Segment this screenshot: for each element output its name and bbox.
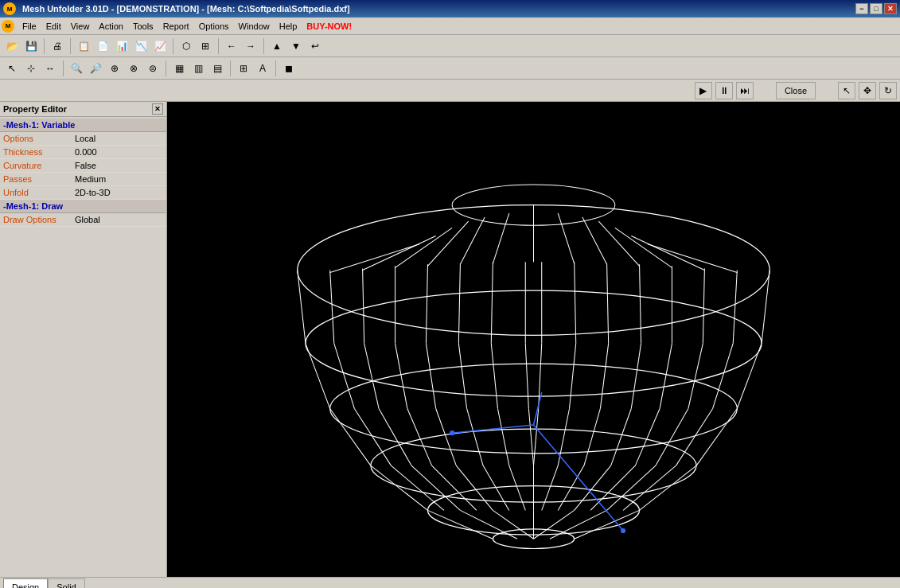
buy-now-button[interactable]: BUY-NOW! <box>302 18 356 34</box>
svg-point-94 <box>621 528 625 533</box>
menu-options[interactable]: Options <box>194 18 234 34</box>
sep-2 <box>70 38 71 54</box>
zoom-out-button[interactable]: 🔎 <box>87 60 104 77</box>
zoom-in-button[interactable]: 🔍 <box>68 60 85 77</box>
prop-row-unfold: Unfold 2D-to-3D <box>0 186 166 200</box>
open-button[interactable]: 📂 <box>3 37 21 55</box>
sep-8 <box>230 60 231 76</box>
prop-row-passes: Passes Medium <box>0 173 166 186</box>
view1-button[interactable]: ▦ <box>170 60 188 77</box>
rotate-tool-button[interactable]: ↻ <box>879 82 897 99</box>
prop-row-options: Options Local <box>0 132 166 146</box>
sep-4 <box>218 38 219 54</box>
undo-button[interactable]: ↩ <box>306 37 324 55</box>
menu-file[interactable]: File <box>18 18 41 34</box>
menu-tools[interactable]: Tools <box>128 18 158 34</box>
zoom-fit-button[interactable]: ⊕ <box>106 60 123 77</box>
titlebar: M Mesh Unfolder 3.01D - [DEMONSTRATION] … <box>0 0 900 18</box>
menu-report[interactable]: Report <box>158 18 194 34</box>
save-button[interactable]: 💾 <box>22 37 40 55</box>
animbar-controls: ▶ ⏸ ⏭ Close ↖ ✥ ↻ <box>695 82 897 99</box>
sep-1 <box>44 38 45 54</box>
select2-button[interactable]: ⊹ <box>22 60 40 77</box>
prop-value-unfold: 2D-to-3D <box>72 187 166 198</box>
chart3-button[interactable]: 📈 <box>151 37 169 55</box>
unfold-button[interactable]: ⬡ <box>177 37 195 55</box>
pause-button[interactable]: ⏸ <box>715 82 733 99</box>
menu-window[interactable]: Window <box>234 18 275 34</box>
property-editor-title: Property Editor <box>3 104 67 114</box>
render-button[interactable]: ◼ <box>280 60 298 77</box>
move-tool-button[interactable]: ✥ <box>859 82 876 99</box>
mesh-viewport <box>167 102 900 577</box>
sep-5 <box>263 38 264 54</box>
zoom-select-button[interactable]: ⊗ <box>125 60 142 77</box>
close-window-button[interactable]: ✕ <box>884 3 897 14</box>
menu-action[interactable]: Action <box>94 18 128 34</box>
tab-design[interactable]: Design <box>3 578 48 588</box>
select3-button[interactable]: ↔ <box>41 60 59 77</box>
titlebar-buttons: − □ ✕ <box>855 3 897 14</box>
prop-value-options: Local <box>72 133 166 144</box>
toolbar-row-2: ↖ ⊹ ↔ 🔍 🔎 ⊕ ⊗ ⊜ ▦ ▥ ▤ ⊞ A ◼ <box>0 57 900 80</box>
prop-label-curvature: Curvature <box>0 160 72 171</box>
canvas-area[interactable] <box>167 102 900 577</box>
property-content: -Mesh-1: Variable Options Local Thicknes… <box>0 117 166 228</box>
section-draw-header[interactable]: -Mesh-1: Draw <box>0 200 166 213</box>
tab-solid[interactable]: Solid <box>48 578 84 588</box>
titlebar-title: Mesh Unfolder 3.01D - [DEMONSTRATION] - … <box>22 4 350 14</box>
menu-view[interactable]: View <box>66 18 95 34</box>
main-area: Property Editor ✕ -Mesh-1: Variable Opti… <box>0 102 900 577</box>
prop-label-passes: Passes <box>0 173 72 185</box>
property-editor-header: Property Editor ✕ <box>0 102 166 117</box>
view2-button[interactable]: ▥ <box>189 60 207 77</box>
arrow-right-button[interactable]: → <box>242 37 259 55</box>
print-button[interactable]: 🖨 <box>49 37 66 55</box>
close-anim-button[interactable]: Close <box>776 82 816 99</box>
svg-point-95 <box>450 430 454 435</box>
property-panel: Property Editor ✕ -Mesh-1: Variable Opti… <box>0 102 167 577</box>
grid-button[interactable]: ⊞ <box>235 60 252 77</box>
skip-button[interactable]: ⏭ <box>736 82 754 99</box>
menu-edit[interactable]: Edit <box>41 18 66 34</box>
menubar: M File Edit View Action Tools Report Opt… <box>0 18 900 35</box>
label-button[interactable]: A <box>254 60 271 77</box>
sep-7 <box>166 60 166 76</box>
minimize-button[interactable]: − <box>855 3 868 14</box>
maximize-button[interactable]: □ <box>870 3 882 14</box>
app-icon: M <box>3 2 16 15</box>
animation-bar: ▶ ⏸ ⏭ Close ↖ ✥ ↻ <box>0 80 900 102</box>
prop-value-drawoptions: Global <box>72 214 166 225</box>
prop-row-curvature: Curvature False <box>0 159 166 173</box>
nodes-button[interactable]: ⊞ <box>197 37 214 55</box>
sep-9 <box>275 60 276 76</box>
menu-app-icon: M <box>2 20 14 33</box>
cursor-tool-button[interactable]: ↖ <box>838 82 855 99</box>
chart1-button[interactable]: 📊 <box>113 37 131 55</box>
move-dn-button[interactable]: ▼ <box>287 37 305 55</box>
chart2-button[interactable]: 📉 <box>132 37 150 55</box>
section-variable-header[interactable]: -Mesh-1: Variable <box>0 119 166 132</box>
sep-3 <box>173 38 173 54</box>
toolbar-row-1: 📂 💾 🖨 📋 📄 📊 📉 📈 ⬡ ⊞ ← → ▲ ▼ ↩ <box>0 35 900 57</box>
bottom-tabbar: Design Solid <box>0 577 900 588</box>
sep-6 <box>63 60 64 76</box>
prop-value-thickness: 0.000 <box>72 146 166 158</box>
view3-button[interactable]: ▤ <box>208 60 226 77</box>
prop-row-thickness: Thickness 0.000 <box>0 146 166 159</box>
select-button[interactable]: ↖ <box>3 60 21 77</box>
arrow-left-button[interactable]: ← <box>223 37 240 55</box>
move-up-button[interactable]: ▲ <box>268 37 286 55</box>
titlebar-left: M Mesh Unfolder 3.01D - [DEMONSTRATION] … <box>3 2 350 15</box>
property-editor-close[interactable]: ✕ <box>152 103 163 115</box>
prop-label-options: Options <box>0 133 72 144</box>
play-button[interactable]: ▶ <box>695 82 712 99</box>
prop-label-unfold: Unfold <box>0 187 72 198</box>
prop-value-passes: Medium <box>72 173 166 185</box>
paste-button[interactable]: 📄 <box>94 37 111 55</box>
prop-row-drawoptions: Draw Options Global <box>0 213 166 227</box>
copy-button[interactable]: 📋 <box>75 37 92 55</box>
menu-help[interactable]: Help <box>275 18 302 34</box>
prop-label-drawoptions: Draw Options <box>0 214 72 225</box>
zoom-actual-button[interactable]: ⊜ <box>144 60 162 77</box>
